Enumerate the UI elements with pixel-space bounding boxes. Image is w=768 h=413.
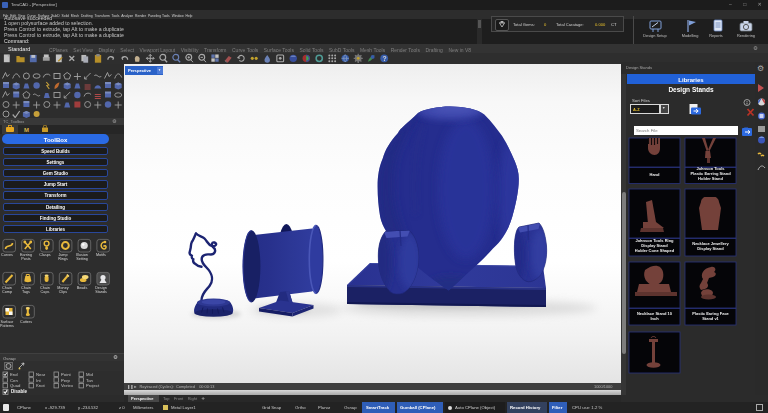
svg-text:⚙: ⚙	[757, 64, 764, 73]
svg-text:?: ?	[383, 55, 387, 62]
svg-text:M: M	[24, 127, 29, 133]
